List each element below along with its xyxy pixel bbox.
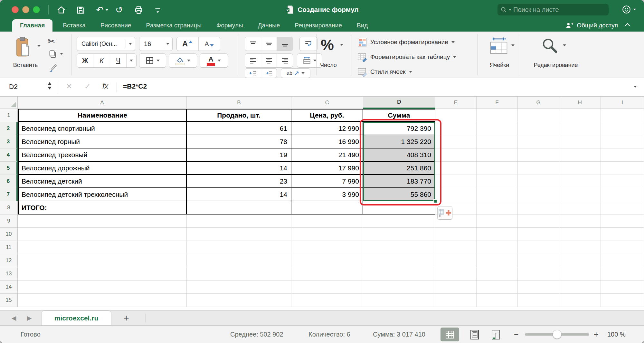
paste-button[interactable]: [14, 37, 33, 59]
col-header-C[interactable]: C: [291, 97, 363, 109]
cell-A5[interactable]: Велосипед дорожный: [18, 162, 187, 175]
share-button[interactable]: Общий доступ: [566, 19, 644, 32]
shrink-font-button[interactable]: A: [199, 37, 220, 51]
cell-H2[interactable]: [559, 122, 601, 135]
cell-B15[interactable]: [187, 294, 291, 307]
paste-dropdown-icon[interactable]: [37, 45, 41, 47]
col-header-F[interactable]: F: [477, 97, 518, 109]
name-box-stepper[interactable]: [48, 82, 52, 90]
cell-A8[interactable]: ИТОГО:: [18, 201, 187, 214]
row-header-3[interactable]: 3: [0, 135, 18, 148]
percent-style-button[interactable]: %: [321, 36, 334, 53]
cell-I7[interactable]: [601, 188, 644, 201]
fill-handle[interactable]: [433, 199, 438, 203]
cell-G14[interactable]: [518, 281, 559, 294]
redo-button[interactable]: ↺: [113, 4, 125, 16]
cell-D6[interactable]: 183 770: [363, 175, 435, 188]
cell-D4[interactable]: 408 310: [363, 148, 435, 162]
cell-F2[interactable]: [477, 122, 518, 135]
row-header-11[interactable]: 11: [0, 241, 18, 254]
font-name-select[interactable]: Calibri (Осн...: [77, 37, 135, 51]
cell-I4[interactable]: [601, 148, 644, 162]
cell-F1[interactable]: [477, 109, 518, 122]
cell-G3[interactable]: [518, 135, 559, 148]
confirm-entry-button[interactable]: ✓: [84, 82, 90, 91]
cell-I10[interactable]: [601, 228, 644, 241]
cell-F3[interactable]: [477, 135, 518, 148]
cell-F5[interactable]: [477, 162, 518, 175]
cell-G7[interactable]: [518, 188, 559, 201]
name-box[interactable]: D2: [9, 83, 18, 91]
cell-E13[interactable]: [435, 267, 477, 281]
cell-F10[interactable]: [477, 228, 518, 241]
cell-H10[interactable]: [559, 228, 601, 241]
cell-D15[interactable]: [363, 294, 435, 307]
tab-vstavka[interactable]: Вставка: [63, 19, 86, 32]
cell-C3[interactable]: 16 990: [291, 135, 363, 148]
cell-D5[interactable]: 251 860: [363, 162, 435, 175]
cell-B6[interactable]: 23: [187, 175, 291, 188]
cell-A6[interactable]: Велосипед детский: [18, 175, 187, 188]
cell-H14[interactable]: [559, 281, 601, 294]
cell-F9[interactable]: [477, 214, 518, 228]
sheet-search-box[interactable]: [497, 4, 609, 15]
row-header-6[interactable]: 6: [0, 175, 18, 188]
editing-find-button[interactable]: [541, 37, 559, 56]
cell-I8[interactable]: [601, 201, 644, 214]
cell-C2[interactable]: 12 990: [291, 122, 363, 135]
cell-H12[interactable]: [559, 254, 601, 267]
undo-dropdown[interactable]: [104, 4, 109, 16]
cell-B4[interactable]: 19: [187, 148, 291, 162]
cell-F14[interactable]: [477, 281, 518, 294]
cell-H1[interactable]: [559, 109, 601, 122]
cell-C12[interactable]: [291, 254, 363, 267]
align-middle-button[interactable]: [261, 37, 277, 51]
italic-button[interactable]: К: [93, 54, 110, 67]
cell-H4[interactable]: [559, 148, 601, 162]
increase-indent-button[interactable]: [261, 69, 277, 78]
align-top-button[interactable]: [245, 37, 261, 51]
sheet-tab-microexcel[interactable]: microexcel.ru: [41, 310, 111, 326]
next-sheet-button[interactable]: ▶: [24, 310, 35, 326]
cell-D10[interactable]: [363, 228, 435, 241]
conditional-formatting-button[interactable]: Условное форматирование: [357, 37, 455, 47]
cell-C1[interactable]: Цена, руб.: [291, 109, 363, 122]
wrap-text-button[interactable]: [299, 37, 317, 51]
align-right-button[interactable]: [277, 54, 293, 67]
cell-H7[interactable]: [559, 188, 601, 201]
tab-vid[interactable]: Вид: [357, 19, 368, 32]
cell-E11[interactable]: [435, 241, 477, 254]
cell-B13[interactable]: [187, 267, 291, 281]
cell-E10[interactable]: [435, 228, 477, 241]
cell-H9[interactable]: [559, 214, 601, 228]
cell-D7[interactable]: 55 860: [363, 188, 435, 201]
autofill-options-button[interactable]: [437, 206, 452, 220]
row-header-14[interactable]: 14: [0, 281, 18, 294]
cell-H15[interactable]: [559, 294, 601, 307]
col-header-B[interactable]: B: [187, 97, 291, 109]
cell-B10[interactable]: [187, 228, 291, 241]
borders-button[interactable]: [139, 53, 166, 68]
cut-button[interactable]: ✂: [48, 36, 55, 47]
tab-risovanie[interactable]: Рисование: [100, 19, 131, 32]
cell-I6[interactable]: [601, 175, 644, 188]
cell-C14[interactable]: [291, 281, 363, 294]
formula-input[interactable]: =B2*C2: [123, 82, 147, 90]
col-header-A[interactable]: A: [18, 97, 187, 109]
cell-E12[interactable]: [435, 254, 477, 267]
cell-I11[interactable]: [601, 241, 644, 254]
cell-F6[interactable]: [477, 175, 518, 188]
cell-C15[interactable]: [291, 294, 363, 307]
cell-B9[interactable]: [187, 214, 291, 228]
col-header-I[interactable]: I: [601, 97, 644, 109]
row-header-8[interactable]: 8: [0, 201, 18, 214]
cell-D13[interactable]: [363, 267, 435, 281]
row-header-1[interactable]: 1: [0, 109, 18, 122]
cell-E3[interactable]: [435, 135, 477, 148]
text-orientation-button[interactable]: ab: [281, 68, 310, 78]
cell-D11[interactable]: [363, 241, 435, 254]
search-scope-chevron-icon[interactable]: [509, 9, 511, 11]
row-header-10[interactable]: 10: [0, 228, 18, 241]
font-size-select[interactable]: 16: [139, 37, 173, 51]
cell-I14[interactable]: [601, 281, 644, 294]
